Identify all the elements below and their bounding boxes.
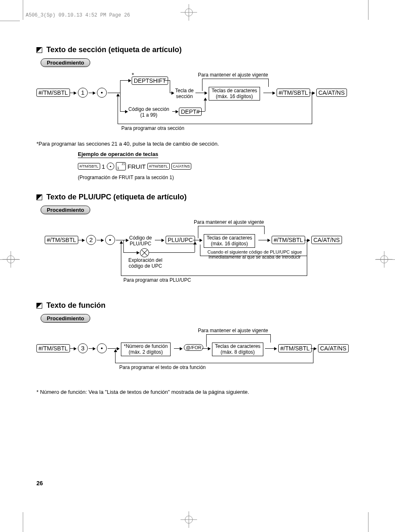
arrow-icon xyxy=(121,241,121,276)
line xyxy=(270,334,271,343)
registration-mark-icon xyxy=(181,511,197,528)
arrow-icon xyxy=(70,348,76,349)
example-block: Ejemplo de operación de teclas #/TM/SBTL… xyxy=(78,151,359,180)
key-box: #/TM/SBTL xyxy=(36,344,70,352)
line xyxy=(206,334,207,347)
crop-mark xyxy=(368,512,369,532)
crop-mark xyxy=(368,0,369,20)
example-title: Ejemplo de operación de teclas xyxy=(78,151,158,158)
key-circle: • xyxy=(97,88,107,98)
arrow-icon xyxy=(70,93,76,93)
crop-mark xyxy=(0,21,20,21)
line xyxy=(115,363,313,363)
label: Cuando el siguiente código de PLU/UPC si… xyxy=(195,249,315,259)
line xyxy=(121,276,307,276)
procedure-badge: Procedimiento xyxy=(41,206,90,214)
key-box: CA/AT/NS xyxy=(318,344,349,352)
procedure-badge: Procedimiento xyxy=(41,314,90,323)
arrow-icon xyxy=(258,240,270,240)
line xyxy=(313,348,313,363)
preserve-label: Para mantener el ajuste vigente xyxy=(198,328,268,333)
key-circle: 1 xyxy=(78,88,88,98)
flowchart-3: Para mantener el ajuste vigente #/TM/SBT… xyxy=(36,327,359,376)
line xyxy=(149,252,195,253)
arrow-icon xyxy=(120,80,131,81)
key-sequence: #/TM/SBTL 1 • 121 FRUIT #/TM/SBTL CA/AT/… xyxy=(78,162,359,170)
key-box: #/TM/SBTL xyxy=(278,344,312,352)
line xyxy=(170,80,170,93)
arrow-icon xyxy=(205,98,205,111)
key-small: CA/AT/NS xyxy=(171,163,192,170)
key-small: #/TM/SBTL xyxy=(147,163,170,170)
line xyxy=(307,256,307,276)
arrow-icon xyxy=(123,240,128,240)
textbox: *Número de función (máx. 2 dígitos) xyxy=(121,343,171,356)
preserve-label: Para mantener el ajuste vigente xyxy=(198,72,268,78)
section-1: Texto de sección (etiqueta de artículo) … xyxy=(36,46,359,180)
crop-mark xyxy=(23,0,23,20)
line xyxy=(264,226,265,234)
section-2: Texto de PLU/UPC (etiqueta de artículo) … xyxy=(36,193,359,289)
textbox: Teclas de caracteres (máx. 8 dígitos) xyxy=(212,343,263,356)
key-box: PLU/UPC xyxy=(166,236,195,244)
footnote: * Número de función: Vea la "Lista de te… xyxy=(36,389,359,395)
key-box: DEPTSHIFT xyxy=(132,77,168,85)
registration-mark-icon xyxy=(2,251,19,268)
key-square-small: 121 xyxy=(116,162,126,170)
bullet-icon xyxy=(36,194,42,200)
key-box: #/TM/SBTL xyxy=(272,236,305,244)
registration-mark-icon xyxy=(181,4,197,21)
line xyxy=(312,93,312,124)
flowchart-2: Para mantener el ajuste vigente #/TM/SBT… xyxy=(36,218,359,289)
bullet-icon xyxy=(36,47,42,53)
section-heading: Texto de PLU/UPC (etiqueta de artículo) xyxy=(36,193,359,201)
footnote: *Para programar las secciones 21 a 40, p… xyxy=(36,141,359,147)
crop-mark xyxy=(23,512,23,532)
line xyxy=(198,226,198,238)
section-3: Texto de función Procedimiento Para mant… xyxy=(36,301,359,395)
heading-text: Texto de PLU/UPC (etiqueta de artículo) xyxy=(46,193,187,201)
key-box: DEPT# xyxy=(179,108,202,116)
procedure-badge: Procedimiento xyxy=(41,58,90,67)
line xyxy=(268,79,269,87)
label: Código de PLU/UPC xyxy=(129,235,152,247)
line xyxy=(118,124,312,124)
line xyxy=(123,240,124,252)
arrow-icon xyxy=(123,252,139,253)
key-small: #/TM/SBTL xyxy=(78,163,100,170)
page-number: 26 xyxy=(36,480,43,486)
arrow-icon xyxy=(263,93,275,93)
textbox: Teclas de caracteres (máx. 16 dígitos) xyxy=(204,234,255,248)
preserve-label: Para mantener el ajuste vigente xyxy=(194,219,264,225)
arrow-icon xyxy=(170,93,174,93)
arrow-icon xyxy=(97,240,104,240)
key-box: CA/AT/NS xyxy=(311,236,342,244)
line xyxy=(206,334,270,335)
text: FRUIT xyxy=(128,163,146,170)
section-heading: Texto de función xyxy=(36,301,359,310)
label: Tecla de sección xyxy=(175,88,194,99)
key-box: @/FOR xyxy=(184,344,203,351)
key-circle: • xyxy=(97,343,107,353)
key-box: #/TM/SBTL xyxy=(277,89,310,97)
key-circle: 3 xyxy=(78,343,88,353)
arrow-icon xyxy=(89,348,95,349)
label: Código de sección (1 a 99) xyxy=(128,106,169,118)
arrow-icon xyxy=(174,348,182,349)
key-circle-small: • xyxy=(107,163,114,170)
arrow-icon xyxy=(265,348,277,349)
arrow-icon xyxy=(155,240,164,240)
key-box: #/TM/SBTL xyxy=(45,236,78,244)
arrow-icon xyxy=(115,350,116,363)
arrow-icon xyxy=(172,111,178,112)
line xyxy=(108,93,120,93)
arrow-icon xyxy=(311,348,316,349)
line xyxy=(164,80,170,81)
page-content: Texto de sección (etiqueta de artículo) … xyxy=(36,46,359,407)
line xyxy=(202,79,202,91)
arrow-icon xyxy=(108,348,119,349)
key-box: CA/AT/NS xyxy=(316,89,347,97)
label: Para programar el texto de otra función xyxy=(119,364,206,370)
arrow-icon xyxy=(195,93,207,93)
heading-text: Texto de función xyxy=(46,301,106,310)
